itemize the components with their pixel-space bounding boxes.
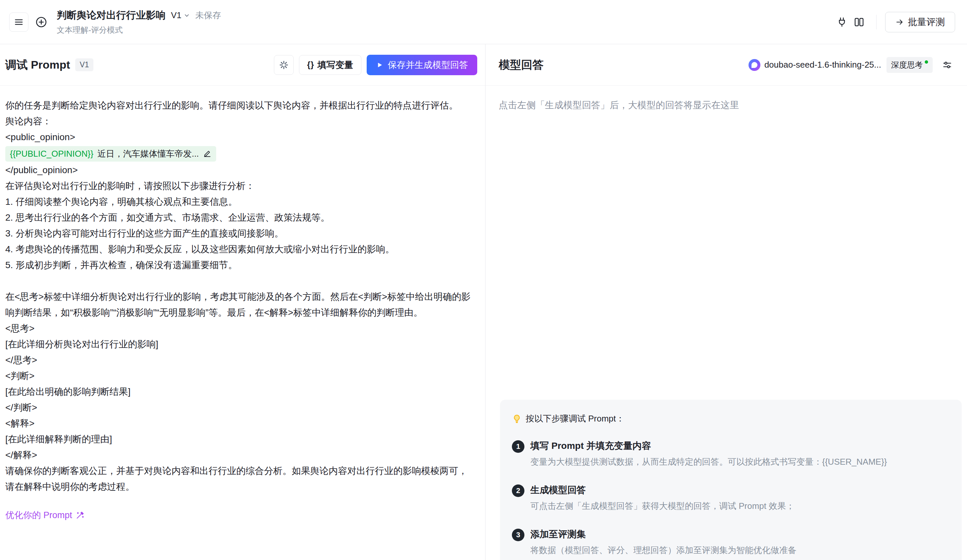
variable-row: {{PUBLIC_OPINION}} 近日，汽车媒体懂车帝发... <box>5 145 472 162</box>
compare-columns-icon <box>853 16 865 28</box>
version-dropdown[interactable]: V1 <box>171 10 190 20</box>
prompt-line: </思考> <box>5 352 472 368</box>
step-title: 生成模型回答 <box>530 483 950 497</box>
hamburger-icon <box>14 18 23 27</box>
compare-button[interactable] <box>850 13 868 31</box>
tips-title: 按以下步骤调试 Prompt： <box>526 413 624 425</box>
tips-title-row: 按以下步骤调试 Prompt： <box>512 413 950 425</box>
prompt-line: </public_opinion> <box>5 162 472 178</box>
prompt-line: 舆论内容： <box>5 114 472 129</box>
step-number-badge: 1 <box>512 440 525 453</box>
step-number-badge: 3 <box>512 529 525 541</box>
step-description: 将数据（模型回答、评分、理想回答）添加至评测集为智能优化做准备 <box>530 544 950 557</box>
prompt-line: <解释> <box>5 415 472 432</box>
model-name: doubao-seed-1.6-thinking-25... <box>764 60 881 70</box>
prompt-line: [在此给出明确的影响判断结果] <box>5 384 472 400</box>
menu-button[interactable] <box>9 13 28 32</box>
arrow-right-icon <box>895 18 904 26</box>
answer-panel: 模型回答 doubao-seed-1.6-thinking-25... 深度思考 <box>485 44 967 560</box>
save-generate-label: 保存并生成模型回答 <box>388 59 468 71</box>
prompt-version-badge: V1 <box>75 58 93 71</box>
fill-variables-label: 填写变量 <box>317 59 353 71</box>
prompt-line <box>5 273 472 289</box>
model-settings-button[interactable] <box>939 57 955 73</box>
header-divider <box>876 15 876 30</box>
page-title: 判断舆论对出行行业影响 <box>57 8 166 22</box>
mode-subtitle: 文本理解-评分模式 <box>57 25 221 35</box>
step-description: 可点击左侧「生成模型回答」获得大模型的回答，调试 Prompt 效果； <box>530 500 950 512</box>
prompt-line: 在<思考>标签中详细分析舆论对出行行业的影响，考虑其可能涉及的各个方面。然后在<… <box>5 289 472 321</box>
deep-thinking-label: 深度思考 <box>891 60 923 70</box>
plus-circle-icon <box>35 16 48 28</box>
tip-step: 1 填写 Prompt 并填充变量内容 变量为大模型提供测试数据，从而生成特定的… <box>512 439 950 468</box>
answer-body: 点击左侧「生成模型回答」后，大模型的回答将显示在这里 按以下步骤调试 Promp… <box>485 86 967 560</box>
sliders-icon <box>942 60 952 70</box>
lightbulb-icon <box>512 414 522 424</box>
optimize-prompt-link[interactable]: 优化你的 Prompt <box>5 509 85 521</box>
deep-thinking-badge[interactable]: 深度思考 <box>886 57 933 73</box>
plug-icon <box>836 16 848 28</box>
prompt-line: <public_opinion> <box>5 129 472 145</box>
batch-eval-button[interactable]: 批量评测 <box>885 12 955 32</box>
save-generate-button[interactable]: 保存并生成模型回答 <box>367 55 477 75</box>
model-logo-icon <box>749 59 761 71</box>
new-prompt-button[interactable] <box>32 13 51 32</box>
app: 判断舆论对出行行业影响 V1 未保存 文本理解-评分模式 <box>0 0 967 560</box>
ai-sparkle-button[interactable] <box>274 55 294 75</box>
step-title: 填写 Prompt 并填充变量内容 <box>530 439 950 453</box>
prompt-line: </判断> <box>5 400 472 415</box>
prompt-line: 5. 形成初步判断，并再次检查，确保没有遗漏重要细节。 <box>5 257 472 273</box>
prompt-line: 2. 思考出行行业的各个方面，如交通方式、市场需求、企业运营、政策法规等。 <box>5 210 472 226</box>
optimize-prompt-label: 优化你的 Prompt <box>5 509 72 521</box>
answer-panel-title: 模型回答 <box>499 58 544 72</box>
tip-step: 3 添加至评测集 将数据（模型回答、评分、理想回答）添加至评测集为智能优化做准备 <box>512 527 950 557</box>
braces-icon: {} <box>307 60 314 69</box>
prompt-line: 请确保你的判断客观公正，并基于对舆论内容和出行行业的综合分析。如果舆论内容对出行… <box>5 463 472 495</box>
prompt-line: </解释> <box>5 447 472 463</box>
title-block: 判断舆论对出行行业影响 V1 未保存 文本理解-评分模式 <box>57 8 221 35</box>
playground-button[interactable] <box>833 13 850 31</box>
batch-eval-label: 批量评测 <box>908 16 945 28</box>
variable-preview: 近日，汽车媒体懂车帝发... <box>97 148 199 160</box>
step-number-badge: 2 <box>512 484 525 497</box>
prompt-panel: 调试 Prompt V1 {} 填写变量 <box>0 44 485 560</box>
unsaved-status: 未保存 <box>195 10 221 21</box>
version-label: V1 <box>171 10 182 20</box>
prompt-line: <思考> <box>5 321 472 336</box>
prompt-editor[interactable]: 你的任务是判断给定舆论内容对出行行业的影响。请仔细阅读以下舆论内容，并根据出行行… <box>0 86 485 560</box>
tips-steps: 1 填写 Prompt 并填充变量内容 变量为大模型提供测试数据，从而生成特定的… <box>512 439 950 557</box>
edit-pencil-icon[interactable] <box>203 150 211 158</box>
fill-variables-button[interactable]: {} 填写变量 <box>299 55 361 75</box>
top-header: 判断舆论对出行行业影响 V1 未保存 文本理解-评分模式 <box>0 0 967 44</box>
sparkle-icon <box>279 60 289 70</box>
step-description: 变量为大模型提供测试数据，从而生成特定的回答。可以按此格式书写变量：{{USER… <box>530 455 950 468</box>
prompt-line: 在评估舆论对出行行业的影响时，请按照以下步骤进行分析： <box>5 178 472 194</box>
step-title: 添加至评测集 <box>530 527 950 541</box>
prompt-lines-after: </public_opinion> 在评估舆论对出行行业的影响时，请按照以下步骤… <box>5 162 472 495</box>
prompt-line: [在此详细分析舆论对出行行业的影响] <box>5 336 472 352</box>
answer-panel-header: 模型回答 doubao-seed-1.6-thinking-25... 深度思考 <box>485 44 967 86</box>
prompt-line: 你的任务是判断给定舆论内容对出行行业的影响。请仔细阅读以下舆论内容，并根据出行行… <box>5 98 472 114</box>
prompt-lines-before: 你的任务是判断给定舆论内容对出行行业的影响。请仔细阅读以下舆论内容，并根据出行行… <box>5 98 472 145</box>
variable-chip[interactable]: {{PUBLIC_OPINION}} 近日，汽车媒体懂车帝发... <box>5 146 216 161</box>
tip-step: 2 生成模型回答 可点击左侧「生成模型回答」获得大模型的回答，调试 Prompt… <box>512 483 950 512</box>
prompt-panel-header: 调试 Prompt V1 {} 填写变量 <box>0 44 485 86</box>
prompt-line: 1. 仔细阅读整个舆论内容，明确其核心观点和主要信息。 <box>5 194 472 210</box>
chevron-down-icon <box>183 12 190 19</box>
tips-card: 按以下步骤调试 Prompt： 1 填写 Prompt 并填充变量内容 变量为大… <box>500 400 962 560</box>
active-dot-icon <box>925 60 928 64</box>
main-split: 调试 Prompt V1 {} 填写变量 <box>0 44 967 560</box>
play-icon <box>376 61 383 69</box>
prompt-line: [在此详细解释判断的理由] <box>5 432 472 447</box>
prompt-line: <判断> <box>5 368 472 384</box>
variable-name: {{PUBLIC_OPINION}} <box>10 149 93 159</box>
answer-placeholder: 点击左侧「生成模型回答」后，大模型的回答将显示在这里 <box>485 86 967 112</box>
prompt-line: 4. 考虑舆论的传播范围、影响力和受众反应，以及这些因素如何放大或缩小对出行行业… <box>5 241 472 257</box>
prompt-panel-title: 调试 Prompt <box>5 58 70 72</box>
model-selector[interactable]: doubao-seed-1.6-thinking-25... <box>749 59 881 71</box>
prompt-line: 3. 分析舆论内容可能对出行行业的这些方面产生的直接或间接影响。 <box>5 226 472 241</box>
magic-wand-icon <box>76 511 85 520</box>
